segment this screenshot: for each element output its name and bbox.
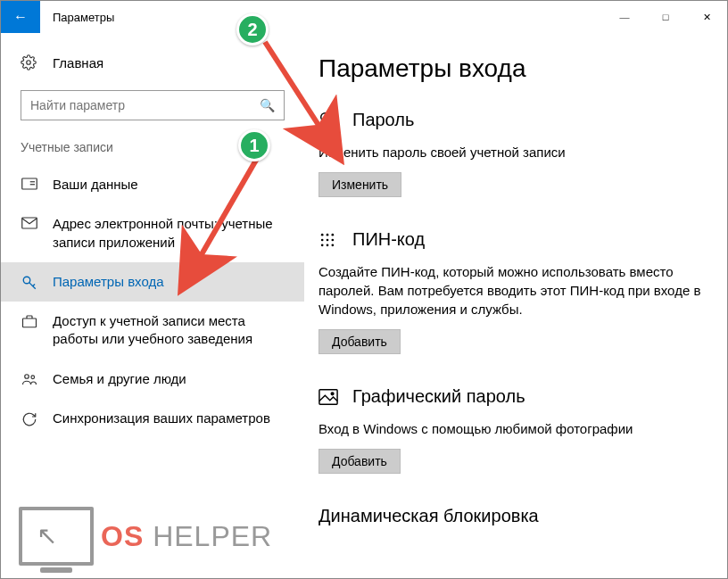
svg-line-8 (33, 284, 35, 285)
sidebar-item-label: Параметры входа (53, 273, 164, 291)
svg-point-21 (321, 244, 324, 246)
maximize-button[interactable]: □ (645, 1, 686, 33)
page-title: Параметры входа (318, 54, 709, 83)
monitor-icon: ↖ (19, 507, 94, 566)
sidebar-item-email-accounts[interactable]: Адрес электронной почты; учетные записи … (1, 204, 304, 262)
watermark-text: OS HELPER (101, 520, 272, 553)
settings-window: ← Параметры — □ ✕ Главная 🔍 Учетные запи… (0, 0, 728, 579)
svg-point-11 (31, 375, 35, 378)
svg-point-10 (25, 374, 29, 378)
search-input[interactable] (30, 98, 260, 112)
svg-point-23 (332, 244, 335, 246)
section-heading: ПИН-код (352, 229, 425, 250)
sidebar: Главная 🔍 Учетные записи Ваши данные Адр… (1, 33, 304, 578)
cursor-icon: ↖ (37, 521, 57, 550)
section-description: Изменить пароль своей учетной записи (318, 143, 709, 161)
section-pin: ПИН-код Создайте ПИН-код, который можно … (318, 229, 709, 354)
svg-rect-5 (22, 218, 37, 228)
sidebar-section-label: Учетные записи (1, 140, 304, 165)
close-button[interactable]: ✕ (686, 1, 727, 33)
home-nav[interactable]: Главная (1, 49, 304, 76)
search-icon: 🔍 (260, 98, 275, 112)
home-label: Главная (53, 55, 103, 70)
id-card-icon (21, 178, 38, 190)
svg-rect-24 (319, 389, 337, 404)
svg-point-18 (321, 238, 324, 241)
sync-icon (21, 411, 38, 427)
svg-line-14 (333, 121, 335, 124)
gear-icon (21, 54, 38, 70)
minimize-button[interactable]: — (604, 1, 645, 33)
sidebar-item-your-info[interactable]: Ваши данные (1, 165, 304, 204)
add-pin-button[interactable]: Добавить (318, 329, 401, 354)
sidebar-item-label: Ваши данные (53, 176, 138, 194)
section-password: Пароль Изменить пароль своей учетной зап… (318, 110, 709, 197)
svg-point-25 (331, 392, 334, 394)
svg-point-16 (327, 233, 329, 236)
svg-point-22 (327, 244, 329, 246)
search-box[interactable]: 🔍 (21, 90, 285, 120)
sidebar-item-signin-options[interactable]: Параметры входа (1, 262, 304, 302)
sidebar-item-label: Семья и другие люди (53, 370, 186, 388)
svg-rect-9 (23, 318, 37, 327)
sidebar-item-label: Доступ к учетной записи места работы или… (53, 312, 285, 349)
briefcase-icon (21, 314, 38, 328)
mail-icon (21, 217, 38, 229)
svg-point-17 (332, 233, 335, 236)
change-password-button[interactable]: Изменить (318, 172, 401, 197)
section-heading: Пароль (352, 110, 414, 130)
watermark: ↖ OS HELPER (19, 507, 272, 566)
svg-point-0 (27, 61, 31, 65)
add-picture-password-button[interactable]: Добавить (318, 449, 401, 474)
people-icon (21, 372, 38, 386)
picture-icon (318, 388, 342, 406)
svg-point-15 (321, 233, 324, 236)
key-icon (21, 275, 38, 291)
arrow-left-icon: ← (13, 9, 28, 25)
svg-point-20 (332, 238, 335, 241)
section-heading: Динамическая блокировка (318, 506, 539, 526)
sidebar-item-label: Синхронизация ваших параметров (53, 409, 270, 427)
sidebar-item-label: Адрес электронной почты; учетные записи … (53, 215, 285, 252)
key-icon (318, 111, 342, 130)
svg-line-13 (328, 120, 336, 128)
section-heading: Графический пароль (352, 386, 525, 407)
sidebar-item-family[interactable]: Семья и другие люди (1, 360, 304, 399)
pin-pad-icon (318, 231, 342, 249)
section-description: Вход в Windows с помощью любимой фотогра… (318, 419, 709, 438)
svg-point-19 (327, 238, 329, 241)
section-picture-password: Графический пароль Вход в Windows с помо… (318, 386, 709, 474)
window-title: Параметры (53, 11, 114, 24)
back-button[interactable]: ← (1, 1, 40, 33)
section-description: Создайте ПИН-код, который можно использо… (318, 262, 709, 318)
section-dynamic-lock: Динамическая блокировка (318, 506, 709, 526)
sidebar-item-sync[interactable]: Синхронизация ваших параметров (1, 399, 304, 438)
svg-rect-1 (22, 178, 37, 189)
sidebar-item-work-access[interactable]: Доступ к учетной записи места работы или… (1, 302, 304, 360)
titlebar: ← Параметры — □ ✕ (1, 1, 727, 33)
svg-point-12 (321, 112, 329, 120)
content-pane: Параметры входа Пароль Изменить пароль с… (304, 33, 727, 578)
svg-line-7 (29, 282, 36, 288)
window-controls: — □ ✕ (604, 1, 727, 33)
